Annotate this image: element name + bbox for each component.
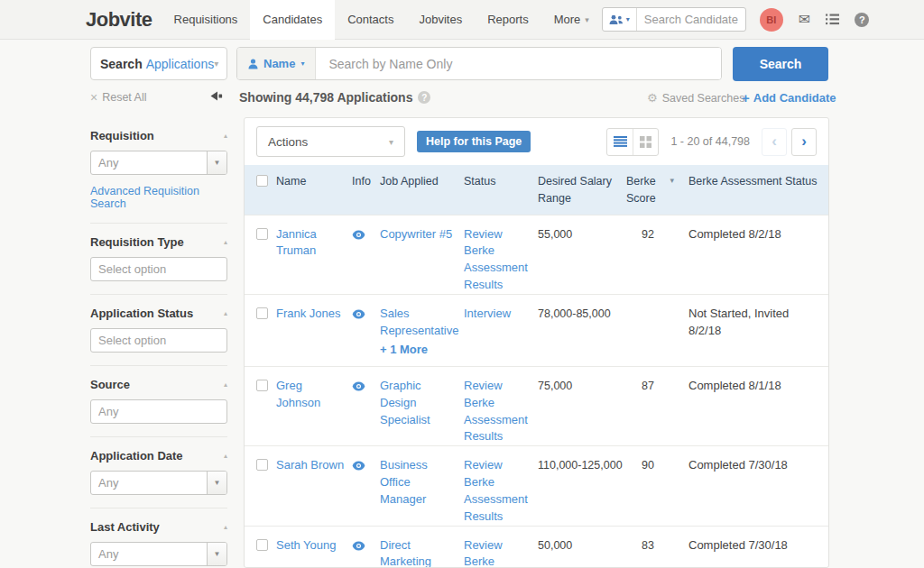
- chevron-down-icon: ▼: [207, 543, 226, 565]
- chevron-up-icon[interactable]: ▴: [224, 132, 227, 140]
- help-for-page-button[interactable]: Help for this Page: [417, 131, 531, 152]
- chevron-up-icon[interactable]: ▴: [224, 452, 227, 460]
- avatar[interactable]: BI: [760, 8, 783, 32]
- nav-item-requisitions[interactable]: Requisitions: [162, 0, 251, 40]
- filter-select[interactable]: Any ▼: [90, 151, 227, 175]
- candidate-search-input[interactable]: [637, 13, 745, 26]
- results-panel: Actions ▾ Help for this Page 1 - 20 of 4…: [244, 117, 829, 568]
- filter-input[interactable]: [90, 399, 227, 424]
- collapse-sidebar-icon[interactable]: [208, 90, 224, 105]
- add-candidate-button[interactable]: + Add Candidate: [742, 90, 836, 105]
- search-scope-dropdown[interactable]: Search Applications ▾: [90, 47, 227, 80]
- select-all-checkbox[interactable]: [256, 175, 268, 187]
- nav-item-more[interactable]: More ▾: [541, 0, 602, 40]
- previous-page-button[interactable]: ‹: [762, 128, 787, 156]
- candidate-name-link[interactable]: Jannica Truman: [276, 227, 317, 258]
- chevron-up-icon[interactable]: ▴: [224, 523, 227, 531]
- status-link[interactable]: Review Berke Assessment Results: [464, 227, 528, 292]
- job-applied-link[interactable]: Graphic Design Specialist: [380, 379, 430, 426]
- status-link[interactable]: Review Berke Assessment Results: [464, 538, 528, 568]
- filter-label: Last Activity: [90, 520, 160, 534]
- nav-item-label: Candidates: [263, 13, 322, 26]
- filter-input[interactable]: [90, 257, 227, 281]
- row-checkbox[interactable]: [256, 539, 268, 551]
- column-header-berke-assessment-status[interactable]: Berke Assessment Status: [688, 173, 828, 207]
- table-row: Frank Jones Sales Representative + 1 Mor…: [245, 294, 828, 366]
- chevron-down-icon: ▾: [389, 137, 393, 147]
- filter-input[interactable]: [90, 328, 227, 353]
- filter-select[interactable]: Any ▼: [90, 542, 227, 566]
- close-icon: ×: [90, 91, 97, 104]
- desired-salary-value: 75,000: [538, 378, 626, 445]
- tasks-list-icon[interactable]: [826, 14, 839, 25]
- column-header-status[interactable]: Status: [464, 173, 538, 207]
- help-icon[interactable]: ?: [855, 13, 869, 27]
- nav-item-jobvites[interactable]: Jobvites: [406, 0, 475, 40]
- candidate-name-link[interactable]: Sarah Brown: [276, 458, 344, 472]
- job-applied-link[interactable]: Sales Representative: [380, 307, 458, 337]
- mail-icon[interactable]: ✉: [799, 11, 810, 28]
- eye-icon[interactable]: [352, 459, 365, 476]
- job-applied-link[interactable]: Direct Marketing Coordinator: [380, 538, 441, 568]
- chevron-up-icon[interactable]: ▴: [224, 380, 227, 389]
- jobvite-logo[interactable]: Jobvite: [86, 8, 152, 32]
- actions-dropdown[interactable]: Actions ▾: [256, 126, 405, 157]
- desired-salary-value: 110,000-125,000: [538, 457, 626, 525]
- nav-item-reports[interactable]: Reports: [475, 0, 541, 40]
- row-checkbox[interactable]: [256, 459, 268, 471]
- candidate-name-link[interactable]: Seth Young: [276, 538, 337, 552]
- nav-item-candidates[interactable]: Candidates: [250, 0, 335, 40]
- more-jobs-link[interactable]: + 1 More: [380, 342, 457, 359]
- status-link[interactable]: Interview: [464, 307, 511, 320]
- chevron-down-icon: ▼: [207, 472, 226, 494]
- view-toggle: [606, 128, 659, 156]
- reset-all-button[interactable]: × Reset All: [90, 91, 147, 104]
- column-header-name[interactable]: Name: [276, 173, 352, 207]
- row-checkbox[interactable]: [256, 380, 268, 391]
- list-view-icon[interactable]: [607, 129, 633, 155]
- column-header-info[interactable]: Info: [352, 173, 380, 207]
- candidate-name-link[interactable]: Greg Johnson: [276, 379, 320, 409]
- sort-descending-icon[interactable]: ▾: [670, 175, 674, 188]
- search-scope-selector[interactable]: ▾: [603, 8, 637, 31]
- gear-icon: ⚙: [647, 91, 658, 105]
- name-search-box: Name ▾: [236, 47, 722, 80]
- eye-icon[interactable]: [352, 380, 365, 397]
- status-link[interactable]: Review Berke Assessment Results: [464, 458, 528, 523]
- filter-section: Application Status ▴: [90, 294, 227, 353]
- scope-prefix: Search: [100, 57, 143, 71]
- filter-select-value: Any: [91, 151, 207, 174]
- search-field-selector[interactable]: Name ▾: [237, 48, 316, 79]
- candidate-name-link[interactable]: Frank Jones: [276, 307, 341, 320]
- filter-label: Application Status: [90, 307, 193, 320]
- table-header: Name Info Job Applied Status Desired Sal…: [245, 165, 828, 215]
- job-applied-link[interactable]: Copywriter #5: [380, 227, 452, 241]
- status-link[interactable]: Review Berke Assessment Results: [464, 379, 528, 444]
- results-count: Showing 44,798 Applications ?: [239, 90, 430, 105]
- row-checkbox[interactable]: [256, 228, 268, 240]
- eye-icon[interactable]: [352, 228, 365, 245]
- column-header-berke-score[interactable]: Berke Score ▾: [626, 173, 688, 207]
- grid-view-icon[interactable]: [633, 129, 658, 155]
- desired-salary-value: 50,000: [538, 537, 626, 568]
- filter-select[interactable]: Any ▼: [90, 471, 227, 495]
- nav-item-contacts[interactable]: Contacts: [335, 0, 406, 40]
- chevron-up-icon[interactable]: ▴: [224, 238, 227, 246]
- search-button[interactable]: Search: [733, 47, 828, 81]
- column-header-job-applied[interactable]: Job Applied: [380, 173, 464, 207]
- row-checkbox[interactable]: [256, 307, 268, 319]
- search-input[interactable]: [316, 48, 721, 79]
- field-selector-label: Name: [263, 57, 295, 70]
- advanced-requisition-search-link[interactable]: Advanced Requisition Search: [90, 185, 227, 210]
- job-applied-link[interactable]: Business Office Manager: [380, 458, 428, 506]
- chevron-down-icon: ▾: [214, 59, 218, 69]
- filter-select-value: Any: [91, 472, 207, 494]
- saved-searches-button[interactable]: ⚙ Saved Searches: [647, 91, 744, 105]
- eye-icon[interactable]: [352, 539, 365, 556]
- column-header-desired-salary-range[interactable]: Desired Salary Range: [538, 173, 626, 207]
- nav-item-label: Reports: [487, 13, 529, 26]
- next-page-button[interactable]: ›: [791, 128, 817, 156]
- help-icon[interactable]: ?: [418, 91, 430, 104]
- eye-icon[interactable]: [352, 307, 365, 325]
- chevron-up-icon[interactable]: ▴: [224, 309, 227, 317]
